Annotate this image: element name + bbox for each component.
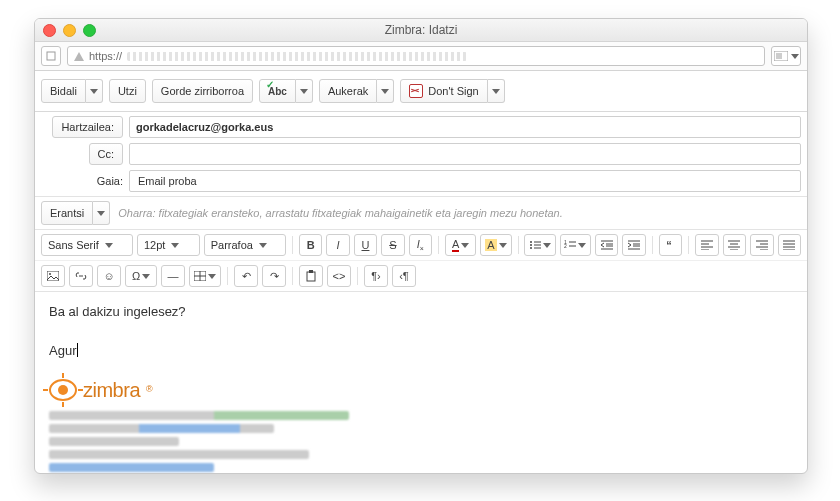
insert-hr-button[interactable]: —: [161, 265, 185, 287]
to-label-button[interactable]: Hartzailea:: [52, 116, 123, 138]
sign-menu-button[interactable]: [488, 79, 505, 103]
cc-label-button[interactable]: Cc:: [89, 143, 124, 165]
browser-address-bar: https://: [35, 42, 807, 71]
ul-icon: [529, 240, 541, 250]
dont-sign-button[interactable]: Don't Sign: [400, 79, 487, 103]
options-menu-button[interactable]: [377, 79, 394, 103]
block-format-select[interactable]: Parrafoa: [204, 234, 286, 256]
text-cursor: [77, 343, 78, 357]
link-icon: [75, 271, 87, 281]
blockquote-button[interactable]: “: [659, 234, 682, 256]
attach-menu-button[interactable]: [93, 201, 110, 225]
attach-row: Erantsi Oharra: fitxategiak eransteko, a…: [35, 197, 807, 230]
text-color-button[interactable]: A: [445, 234, 476, 256]
signature-redacted: [49, 411, 793, 472]
indent-icon: [628, 240, 640, 250]
insert-table-button[interactable]: [189, 265, 221, 287]
align-right-icon: [756, 240, 768, 250]
zoom-window-button[interactable]: [83, 24, 96, 37]
spellcheck-menu-button[interactable]: [296, 79, 313, 103]
url-redacted: [127, 52, 467, 61]
underline-button[interactable]: U: [354, 234, 377, 256]
options-button[interactable]: Aukerak: [319, 79, 377, 103]
insert-image-button[interactable]: [41, 265, 65, 287]
outdent-button[interactable]: [595, 234, 618, 256]
insert-link-button[interactable]: [69, 265, 93, 287]
svg-point-9: [530, 247, 532, 249]
indent-button[interactable]: [622, 234, 645, 256]
url-scheme: https://: [89, 50, 122, 62]
rtl-button[interactable]: ‹¶: [392, 265, 416, 287]
paste-button[interactable]: [299, 265, 323, 287]
bold-button[interactable]: B: [299, 234, 322, 256]
cc-field[interactable]: [129, 143, 801, 165]
reader-icon: [774, 51, 788, 61]
strikethrough-button[interactable]: S: [381, 234, 404, 256]
attach-split-button: Erantsi: [41, 201, 110, 225]
chevron-down-icon: [208, 274, 216, 279]
message-body[interactable]: Ba al dakizu ingelesez? Agur zimbra®: [35, 292, 807, 474]
align-justify-button[interactable]: [778, 234, 801, 256]
bullet-list-button[interactable]: [524, 234, 555, 256]
underline-icon: U: [362, 239, 370, 251]
font-family-select[interactable]: Sans Serif: [41, 234, 133, 256]
close-window-button[interactable]: [43, 24, 56, 37]
subject-field[interactable]: [129, 170, 801, 192]
align-left-icon: [701, 240, 713, 250]
send-menu-button[interactable]: [86, 79, 103, 103]
send-button[interactable]: Bidali: [41, 79, 86, 103]
compose-toolbar: Bidali Utzi Gorde zirriborroa ✓Abc Auker…: [35, 71, 807, 112]
chevron-down-icon: [97, 211, 105, 216]
highlight-icon: A: [485, 239, 496, 251]
number-list-button[interactable]: 12: [560, 234, 591, 256]
clear-format-button[interactable]: I×: [409, 234, 432, 256]
chevron-down-icon: [142, 274, 150, 279]
outdent-icon: [601, 240, 613, 250]
paste-icon: [306, 270, 316, 282]
font-size-select[interactable]: 12pt: [137, 234, 200, 256]
emoji-button[interactable]: ☺: [97, 265, 121, 287]
url-field[interactable]: https://: [67, 46, 765, 66]
security-warning-icon: [74, 52, 84, 61]
site-identity-button[interactable]: [41, 46, 61, 66]
align-right-button[interactable]: [750, 234, 773, 256]
svg-point-40: [49, 273, 51, 275]
to-field[interactable]: gorkadelacruz@gorka.eus: [129, 116, 801, 138]
recipient-chip[interactable]: gorkadelacruz@gorka.eus: [136, 121, 273, 133]
source-code-button[interactable]: <>: [327, 265, 351, 287]
window-title: Zimbra: Idatzi: [35, 23, 807, 37]
zimbra-logo-icon: [49, 379, 77, 401]
ltr-icon: ¶›: [371, 270, 381, 282]
ltr-button[interactable]: ¶›: [364, 265, 388, 287]
attach-button[interactable]: Erantsi: [41, 201, 93, 225]
align-center-button[interactable]: [723, 234, 746, 256]
rtl-icon: ‹¶: [399, 270, 409, 282]
highlight-color-button[interactable]: A: [480, 234, 511, 256]
subject-input[interactable]: [136, 174, 794, 188]
svg-rect-44: [307, 272, 315, 281]
spellcheck-button[interactable]: ✓Abc: [259, 79, 296, 103]
cancel-button[interactable]: Utzi: [109, 79, 146, 103]
chevron-down-icon: [259, 243, 267, 248]
chevron-down-icon: [381, 89, 389, 94]
chevron-down-icon: [105, 243, 113, 248]
minimize-window-button[interactable]: [63, 24, 76, 37]
redo-button[interactable]: ↷: [262, 265, 286, 287]
options-split-button: Aukerak: [319, 79, 394, 103]
svg-rect-39: [47, 271, 59, 281]
save-draft-button[interactable]: Gorde zirriborroa: [152, 79, 253, 103]
italic-icon: I: [337, 239, 340, 251]
redo-icon: ↷: [270, 270, 279, 283]
spellcheck-split-button: ✓Abc: [259, 79, 313, 103]
italic-button[interactable]: I: [326, 234, 349, 256]
reader-mode-button[interactable]: [771, 46, 801, 66]
cc-input[interactable]: [136, 147, 794, 161]
undo-button[interactable]: ↶: [234, 265, 258, 287]
quote-icon: “: [666, 239, 675, 251]
chevron-down-icon: [543, 243, 551, 248]
text-color-icon: A: [452, 238, 459, 252]
chevron-down-icon: [171, 243, 179, 248]
align-left-button[interactable]: [695, 234, 718, 256]
svg-rect-0: [47, 52, 55, 60]
special-char-button[interactable]: Ω: [125, 265, 157, 287]
